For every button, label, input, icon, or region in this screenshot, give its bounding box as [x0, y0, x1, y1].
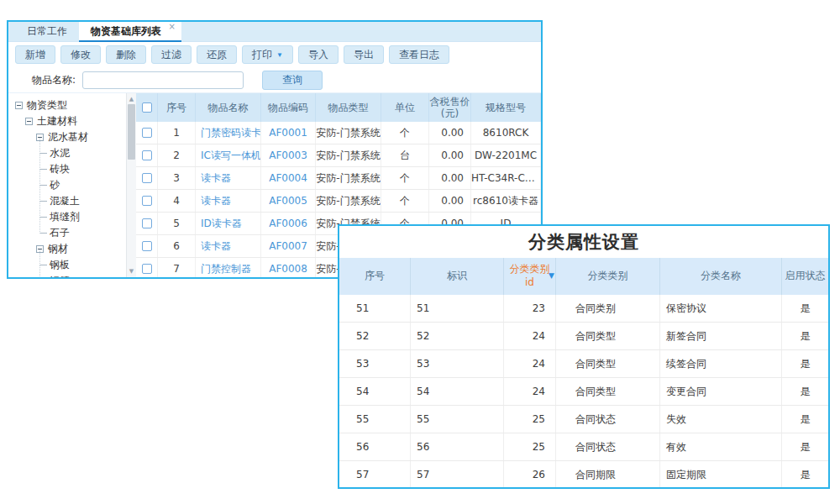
row-checkbox[interactable] — [142, 264, 152, 274]
cell-code: AF0004 — [261, 167, 316, 189]
cell-category: 合同类型 — [556, 350, 660, 377]
tree-node-sand[interactable]: 砂 — [8, 177, 136, 193]
header-status[interactable]: 启用状态 — [782, 258, 828, 295]
item-name-link[interactable]: 读卡器 — [201, 171, 231, 186]
row-checkbox[interactable] — [142, 196, 152, 206]
item-name-link[interactable]: ID读卡器 — [201, 217, 242, 231]
item-code-link[interactable]: AF0005 — [269, 195, 307, 207]
select-all-cell — [136, 93, 158, 122]
table-row[interactable]: 3 读卡器 AF0004 安防-门禁系统 个 0.00 HT-C34R-CG1.… — [136, 167, 541, 190]
restore-button[interactable]: 还原 — [197, 45, 237, 64]
sort-desc-icon[interactable]: ▼ — [549, 271, 554, 281]
query-button[interactable]: 查询 — [262, 71, 323, 90]
print-dropdown-button[interactable]: 打印 ▼ — [242, 45, 293, 64]
row-checkbox[interactable] — [142, 128, 152, 138]
cell-code: AF0003 — [261, 144, 316, 166]
item-code-link[interactable]: AF0003 — [269, 150, 307, 161]
cell-category-name: 失效 — [660, 406, 782, 433]
collapse-icon[interactable] — [15, 102, 23, 109]
tree-node-grout[interactable]: 填缝剂 — [8, 209, 136, 225]
select-all-checkbox[interactable] — [142, 102, 152, 113]
table-row[interactable]: 54 54 24 合同类型 变更合同 是 — [339, 378, 828, 406]
tree-node-cement[interactable]: 水泥 — [8, 145, 136, 161]
scroll-up-icon[interactable]: ▲ — [127, 96, 136, 102]
header-mark[interactable]: 标识 — [411, 258, 504, 295]
table-row[interactable]: 51 51 23 合同类别 保密协议 是 — [339, 295, 828, 323]
item-name-input[interactable] — [82, 71, 244, 89]
cell-status: 是 — [782, 323, 828, 349]
row-checkbox[interactable] — [142, 218, 152, 228]
header-unit: 单位 — [381, 93, 429, 122]
close-tab-icon[interactable]: × — [169, 23, 176, 31]
cell-no: 57 — [339, 461, 411, 488]
table-row[interactable]: 4 读卡器 AF0005 安防-门禁系统 个 0.00 rc8610读卡器 — [136, 190, 541, 213]
cell-category-id: 25 — [504, 433, 556, 460]
collapse-icon[interactable] — [25, 118, 33, 125]
cell-status: 是 — [782, 378, 828, 405]
header-no[interactable]: 序号 — [339, 258, 411, 295]
cell-unit: 个 — [381, 167, 429, 189]
cell-name: 门禁密码读卡器 — [196, 122, 261, 144]
tree-node-brick[interactable]: 砖块 — [8, 161, 136, 177]
table-row[interactable]: 2 IC读写一体机 AF0003 安防-门禁系统 台 0.00 DW-2201M… — [136, 144, 541, 167]
header-category[interactable]: 分类类别 — [556, 258, 660, 295]
item-name-link[interactable]: IC读写一体机 — [201, 149, 260, 163]
cell-category-name: 续签合同 — [660, 350, 782, 377]
add-button[interactable]: 新增 — [15, 45, 55, 64]
tree-node-material-type[interactable]: 物资类型 — [8, 97, 136, 113]
table-row[interactable]: 53 53 24 合同类型 续签合同 是 — [339, 350, 828, 378]
item-name-link[interactable]: 读卡器 — [201, 194, 231, 208]
cell-unit: 个 — [381, 122, 429, 144]
cell-mark: 56 — [411, 433, 504, 460]
delete-button[interactable]: 删除 — [106, 45, 146, 64]
edit-button[interactable]: 修改 — [60, 45, 101, 64]
item-code-link[interactable]: AF0006 — [269, 218, 307, 229]
table-row[interactable]: 55 55 25 合同状态 失效 是 — [339, 406, 828, 433]
item-code-link[interactable]: AF0007 — [269, 240, 307, 252]
table-row[interactable]: 1 门禁密码读卡器 AF0001 安防-门禁系统 个 0.00 8610RCK — [136, 122, 541, 144]
item-code-link[interactable]: AF0008 — [269, 263, 307, 275]
tree-node-steel-pipe[interactable]: 钢管 — [8, 273, 136, 277]
header-category-name[interactable]: 分类名称 — [660, 258, 782, 295]
cell-code: AF0005 — [261, 190, 316, 212]
tab-material-library[interactable]: 物资基础库列表 × — [79, 22, 181, 41]
chevron-down-icon: ▼ — [276, 51, 283, 59]
header-category-id[interactable]: 分类类别 id ▼ — [504, 258, 556, 295]
tree-node-steel[interactable]: 钢材 — [8, 241, 136, 257]
cell-no: 55 — [339, 406, 411, 433]
checkbox-cell — [136, 190, 158, 212]
tree-node-gravel[interactable]: 石子 — [8, 225, 136, 241]
item-name-link[interactable]: 门禁控制器 — [201, 262, 251, 276]
row-checkbox[interactable] — [142, 173, 152, 183]
table-row[interactable]: 56 56 25 合同状态 有效 是 — [339, 433, 828, 461]
item-name-link[interactable]: 门禁密码读卡器 — [201, 126, 260, 140]
table-row[interactable]: 52 52 24 合同类型 新签合同 是 — [339, 323, 828, 350]
table-row[interactable]: 57 57 26 合同期限 固定期限 是 — [339, 461, 828, 489]
row-checkbox[interactable] — [142, 241, 152, 251]
tree-node-masonry-base[interactable]: 泥水基材 — [8, 129, 136, 145]
view-log-button[interactable]: 查看日志 — [389, 45, 449, 64]
filter-button[interactable]: 过滤 — [151, 45, 192, 64]
cell-unit: 台 — [381, 144, 429, 166]
import-button[interactable]: 导入 — [298, 45, 339, 64]
cell-status: 是 — [782, 433, 828, 460]
item-name-link[interactable]: 读卡器 — [201, 239, 231, 254]
scroll-down-icon[interactable]: ▼ — [127, 268, 136, 275]
row-checkbox[interactable] — [142, 150, 152, 160]
cell-category-id: 26 — [504, 461, 556, 488]
cell-mark: 52 — [411, 323, 504, 349]
item-code-link[interactable]: AF0001 — [269, 127, 307, 139]
cell-spec: HT-C34R-CG1... — [471, 167, 541, 189]
cell-spec: 8610RCK — [471, 122, 541, 144]
cell-status: 是 — [782, 461, 828, 488]
category-attribute-window: 分类属性设置 序号 标识 分类类别 id ▼ 分类类别 分类名称 启用状态 51… — [338, 224, 830, 489]
tab-daily-work[interactable]: 日常工作 — [15, 22, 79, 41]
tree-node-concrete[interactable]: 混凝土 — [8, 193, 136, 209]
tree-scrollbar[interactable]: ▲ ▼ — [126, 93, 136, 277]
header-item-type: 物品类型 — [316, 93, 381, 122]
scrollbar-thumb[interactable] — [128, 104, 135, 160]
item-code-link[interactable]: AF0004 — [269, 172, 307, 184]
tree-node-civil-materials[interactable]: 土建材料 — [8, 113, 136, 129]
tree-node-steel-plate[interactable]: 钢板 — [8, 257, 136, 273]
export-button[interactable]: 导出 — [344, 45, 384, 64]
